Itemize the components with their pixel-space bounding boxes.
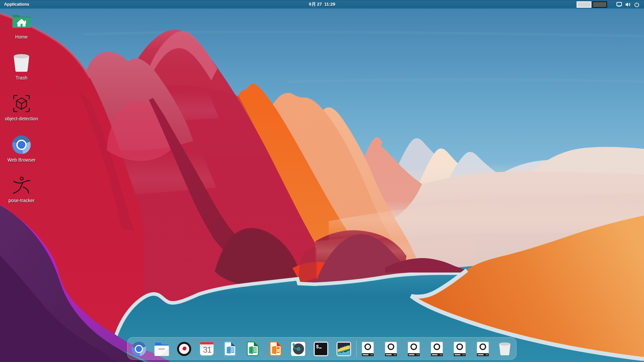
svg-text:31: 31	[203, 345, 211, 354]
svg-text:$: $	[316, 344, 319, 350]
